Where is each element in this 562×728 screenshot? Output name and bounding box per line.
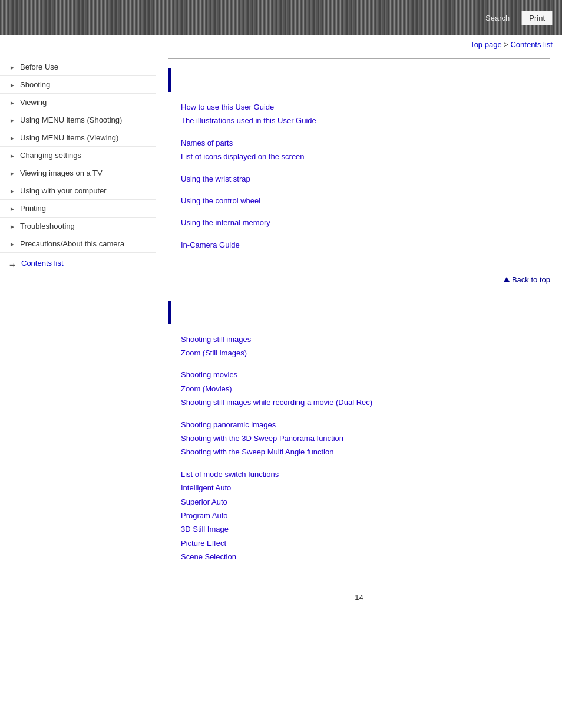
sidebar: ► Before Use ► Shooting ► Viewing ► Usin…	[0, 54, 156, 278]
link-shooting-movies[interactable]: Shooting movies	[181, 368, 550, 381]
before-use-section: How to use this User Guide The illustrat…	[168, 68, 550, 252]
link-control-wheel[interactable]: Using the control wheel	[181, 194, 550, 207]
page-number: 14	[168, 581, 550, 608]
link-illustrations[interactable]: The illustrations used in this User Guid…	[181, 114, 550, 127]
sidebar-item-label: Viewing images on a TV	[20, 169, 103, 177]
divider	[168, 58, 550, 59]
sidebar-item-shooting[interactable]: ► Shooting	[0, 76, 156, 94]
link-how-to-use[interactable]: How to use this User Guide	[181, 100, 550, 114]
chevron-right-icon: ►	[9, 117, 15, 123]
triangle-up-icon	[504, 277, 510, 282]
section-header-row	[168, 301, 550, 330]
sidebar-item-label: Using with your computer	[20, 186, 107, 195]
link-panoramic[interactable]: Shooting panoramic images	[181, 418, 550, 431]
print-button[interactable]: Print	[521, 11, 553, 25]
section-group-4: Using the control wheel	[168, 194, 550, 207]
section-group-6: In-Camera Guide	[168, 238, 550, 252]
sidebar-item-label: Viewing	[20, 98, 47, 107]
sidebar-item-troubleshooting[interactable]: ► Troubleshooting	[0, 218, 156, 235]
search-button[interactable]: Search	[478, 11, 517, 25]
link-shooting-still[interactable]: Shooting still images	[181, 332, 550, 346]
link-program-auto[interactable]: Program Auto	[181, 509, 550, 522]
link-dual-rec[interactable]: Shooting still images while recording a …	[181, 396, 550, 409]
sidebar-item-using-menu-viewing[interactable]: ► Using MENU items (Viewing)	[0, 129, 156, 147]
link-list-of-icons[interactable]: List of icons displayed on the screen	[181, 150, 550, 163]
link-internal-memory[interactable]: Using the internal memory	[181, 216, 550, 229]
sidebar-item-precautions[interactable]: ► Precautions/About this camera	[0, 235, 156, 253]
contents-list-nav-link[interactable]: Contents list	[0, 253, 156, 274]
sidebar-item-label: Troubleshooting	[20, 222, 75, 230]
sidebar-item-viewing[interactable]: ► Viewing	[0, 94, 156, 111]
contents-list-nav-label: Contents list	[21, 259, 64, 268]
page-layout: ► Before Use ► Shooting ► Viewing ► Usin…	[0, 54, 562, 620]
header: Search Print	[0, 0, 562, 35]
link-superior-auto[interactable]: Superior Auto	[181, 495, 550, 509]
link-picture-effect[interactable]: Picture Effect	[181, 536, 550, 550]
shooting-section: Shooting still images Zoom (Still images…	[168, 301, 550, 564]
link-zoom-still[interactable]: Zoom (Still images)	[181, 346, 550, 360]
chevron-right-icon: ►	[9, 135, 15, 141]
chevron-right-icon: ►	[9, 170, 15, 176]
link-sweep-multi[interactable]: Shooting with the Sweep Multi Angle func…	[181, 445, 550, 459]
sidebar-item-label: Using MENU items (Shooting)	[20, 116, 122, 124]
back-to-top-link[interactable]: Back to top	[504, 275, 550, 284]
shooting-group-3: Shooting panoramic images Shooting with …	[168, 418, 550, 459]
arrow-right-icon	[9, 261, 19, 266]
link-names-of-parts[interactable]: Names of parts	[181, 136, 550, 150]
chevron-right-icon: ►	[9, 206, 15, 212]
section-header-row	[168, 68, 550, 98]
sidebar-item-label: Precautions/About this camera	[20, 239, 124, 248]
chevron-right-icon: ►	[9, 241, 15, 247]
section-marker-blue-2	[168, 301, 171, 324]
sidebar-item-changing-settings[interactable]: ► Changing settings	[0, 147, 156, 164]
sidebar-item-label: Changing settings	[20, 151, 81, 160]
chevron-right-icon: ►	[9, 188, 15, 194]
chevron-right-icon: ►	[9, 82, 15, 88]
chevron-right-icon: ►	[9, 153, 15, 159]
link-intelligent-auto[interactable]: Intelligent Auto	[181, 481, 550, 495]
sidebar-item-label: Using MENU items (Viewing)	[20, 133, 118, 142]
top-page-link[interactable]: Top page	[470, 40, 502, 49]
sidebar-item-label: Shooting	[20, 80, 50, 89]
section-group-1: How to use this User Guide The illustrat…	[168, 100, 550, 128]
shooting-group-1: Shooting still images Zoom (Still images…	[168, 332, 550, 360]
section-marker-blue	[168, 68, 171, 92]
sidebar-item-printing[interactable]: ► Printing	[0, 200, 156, 218]
sidebar-item-viewing-tv[interactable]: ► Viewing images on a TV	[0, 164, 156, 182]
section-group-5: Using the internal memory	[168, 216, 550, 229]
link-in-camera-guide[interactable]: In-Camera Guide	[181, 238, 550, 252]
link-3d-still[interactable]: 3D Still Image	[181, 522, 550, 536]
link-zoom-movies[interactable]: Zoom (Movies)	[181, 382, 550, 396]
sidebar-item-before-use[interactable]: ► Before Use	[0, 58, 156, 76]
back-to-top: Back to top	[168, 269, 550, 289]
breadcrumb: Top page > Contents list	[0, 35, 562, 54]
link-scene-selection[interactable]: Scene Selection	[181, 550, 550, 564]
chevron-right-icon: ►	[9, 64, 15, 70]
sidebar-item-label: Printing	[20, 204, 46, 213]
chevron-right-icon: ►	[9, 223, 15, 229]
breadcrumb-separator: >	[502, 40, 511, 49]
sidebar-item-using-menu-shooting[interactable]: ► Using MENU items (Shooting)	[0, 111, 156, 129]
contents-list-link[interactable]: Contents list	[510, 40, 553, 49]
back-to-top-label: Back to top	[512, 275, 550, 284]
link-mode-switch[interactable]: List of mode switch functions	[181, 467, 550, 481]
sidebar-item-using-computer[interactable]: ► Using with your computer	[0, 182, 156, 200]
chevron-right-icon: ►	[9, 100, 15, 106]
link-wrist-strap[interactable]: Using the wrist strap	[181, 172, 550, 186]
main-content: How to use this User Guide The illustrat…	[156, 54, 562, 620]
section-group-3: Using the wrist strap	[168, 172, 550, 186]
shooting-group-4: List of mode switch functions Intelligen…	[168, 467, 550, 564]
shooting-group-2: Shooting movies Zoom (Movies) Shooting s…	[168, 368, 550, 409]
link-3d-sweep[interactable]: Shooting with the 3D Sweep Panorama func…	[181, 431, 550, 445]
section-group-2: Names of parts List of icons displayed o…	[168, 136, 550, 164]
sidebar-item-label: Before Use	[20, 62, 58, 71]
